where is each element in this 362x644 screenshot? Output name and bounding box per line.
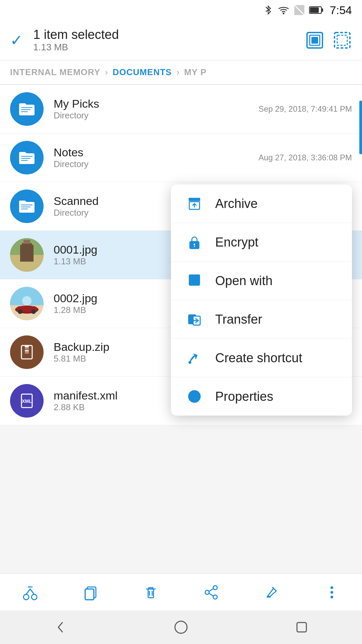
svg-rect-34	[25, 350, 29, 352]
selected-count: 1 item selected	[33, 28, 119, 42]
folder-icon-circle	[10, 141, 44, 174]
recents-button[interactable]	[288, 614, 315, 641]
file-thumbnail	[10, 238, 44, 272]
svg-point-49	[189, 362, 191, 364]
svg-rect-18	[21, 207, 31, 207]
svg-rect-44	[189, 276, 200, 285]
status-icons	[263, 4, 324, 16]
copy-button[interactable]	[82, 584, 99, 601]
context-label-encrypt: Encrypt	[215, 235, 258, 250]
zip-icon	[18, 343, 36, 361]
svg-rect-14	[21, 156, 33, 157]
svg-rect-16	[21, 160, 28, 161]
context-label-properties: Properties	[215, 389, 273, 404]
folder-icon	[18, 150, 36, 165]
folder-icon-circle	[10, 190, 44, 223]
svg-point-53	[23, 594, 29, 600]
wifi-icon	[278, 5, 290, 15]
properties-icon	[186, 389, 203, 404]
svg-rect-59	[85, 589, 94, 600]
context-label-create-shortcut: Create shortcut	[215, 351, 302, 365]
rename-button[interactable]	[263, 584, 280, 601]
svg-rect-21	[10, 255, 44, 272]
context-menu-item-archive[interactable]: Archive	[171, 184, 352, 223]
archive-icon	[186, 196, 203, 211]
file-date: Sep 29, 2018, 7:49:41 PM	[258, 104, 352, 114]
svg-rect-19	[21, 209, 28, 209]
context-menu-item-create-shortcut[interactable]: Create shortcut	[171, 339, 352, 377]
context-menu-item-transfer[interactable]: Transfer	[171, 300, 352, 339]
svg-point-42	[193, 243, 196, 246]
svg-rect-17	[21, 205, 33, 205]
svg-line-67	[209, 589, 214, 591]
context-label-open-with: Open with	[215, 274, 273, 288]
svg-rect-11	[21, 107, 33, 108]
svg-point-0	[283, 13, 284, 14]
svg-rect-61	[148, 589, 154, 598]
deselect-icon[interactable]	[333, 31, 352, 50]
svg-point-30	[22, 296, 32, 306]
context-menu-item-open-with[interactable]: Open with	[171, 262, 352, 300]
open-with-icon	[186, 273, 203, 288]
nav-bar	[0, 610, 362, 644]
folder-icon	[18, 199, 36, 214]
svg-point-74	[175, 621, 187, 633]
svg-rect-45	[189, 275, 200, 277]
svg-rect-13	[21, 111, 28, 112]
list-item[interactable]: My Picks Directory Sep 29, 2018, 7:49:41…	[0, 85, 362, 133]
bluetooth-icon	[263, 4, 273, 16]
scrollbar-thumb[interactable]	[359, 101, 362, 154]
battery-icon	[309, 6, 324, 14]
file-type: Directory	[54, 110, 248, 121]
bottom-toolbar	[0, 574, 362, 610]
svg-rect-23	[23, 240, 30, 244]
status-bar: 7:54	[0, 0, 362, 20]
file-name: My Picks	[54, 97, 248, 110]
context-label-transfer: Transfer	[215, 312, 262, 327]
svg-point-29	[31, 309, 36, 314]
select-all-icon[interactable]	[305, 31, 324, 50]
svg-point-64	[213, 586, 217, 590]
svg-rect-75	[297, 623, 306, 632]
context-label-archive: Archive	[215, 197, 258, 211]
breadcrumb-internal[interactable]: INTERNAL MEMORY	[10, 67, 100, 77]
signal-icon	[294, 5, 304, 15]
svg-line-55	[26, 589, 30, 594]
context-menu: Archive Encrypt Open with	[171, 184, 352, 416]
file-date: Aug 27, 2018, 3:36:08 PM	[258, 153, 352, 162]
file-thumbnail	[10, 287, 44, 320]
home-button[interactable]	[168, 614, 194, 641]
delete-button[interactable]	[142, 584, 160, 601]
share-button[interactable]	[202, 584, 220, 601]
list-item[interactable]: Notes Directory Aug 27, 2018, 3:36:08 PM	[0, 133, 362, 182]
create-shortcut-icon	[186, 350, 203, 366]
svg-point-28	[18, 309, 22, 314]
encrypt-icon	[186, 234, 203, 250]
context-menu-item-properties[interactable]: Properties	[171, 377, 352, 416]
transfer-icon	[186, 312, 203, 327]
context-menu-item-encrypt[interactable]: Encrypt	[171, 223, 352, 262]
svg-rect-12	[21, 109, 31, 110]
svg-line-68	[209, 593, 214, 596]
xml-icon: XML	[18, 392, 36, 410]
folder-icon	[18, 101, 36, 117]
svg-point-71	[330, 586, 333, 589]
cut-button[interactable]	[21, 584, 39, 601]
svg-line-56	[30, 589, 34, 594]
folder-icon-circle	[10, 92, 44, 126]
svg-rect-38	[189, 198, 200, 201]
breadcrumb: INTERNAL MEMORY › DOCUMENTS › MY P	[0, 60, 362, 85]
svg-point-52	[194, 393, 195, 395]
svg-rect-8	[311, 37, 318, 44]
more-button[interactable]	[323, 584, 341, 601]
svg-rect-22	[22, 243, 32, 257]
breadcrumb-documents[interactable]: DOCUMENTS	[113, 67, 172, 77]
svg-rect-4	[321, 8, 323, 12]
svg-rect-10	[337, 35, 347, 45]
svg-point-54	[32, 594, 37, 600]
selected-size: 1.13 MB	[33, 42, 119, 53]
breadcrumb-arrow-2: ›	[176, 67, 179, 77]
back-button[interactable]	[47, 614, 74, 641]
svg-rect-5	[310, 7, 319, 13]
status-time: 7:54	[330, 4, 352, 17]
